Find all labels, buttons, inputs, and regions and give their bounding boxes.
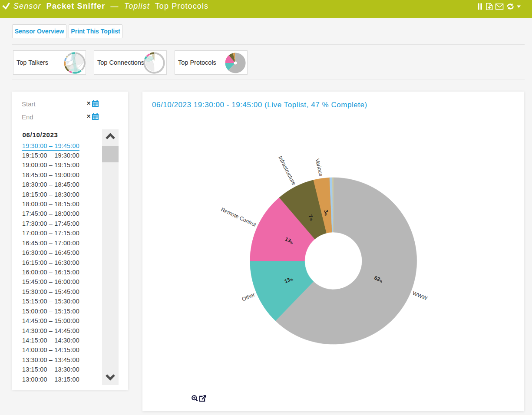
svg-text:Other: Other — [241, 292, 256, 303]
svg-text:Remote Control: Remote Control — [220, 206, 257, 227]
svg-text:Various: Various — [314, 158, 324, 177]
svg-text:Infrastructure: Infrastructure — [277, 155, 297, 186]
svg-text:WWW: WWW — [412, 290, 428, 301]
